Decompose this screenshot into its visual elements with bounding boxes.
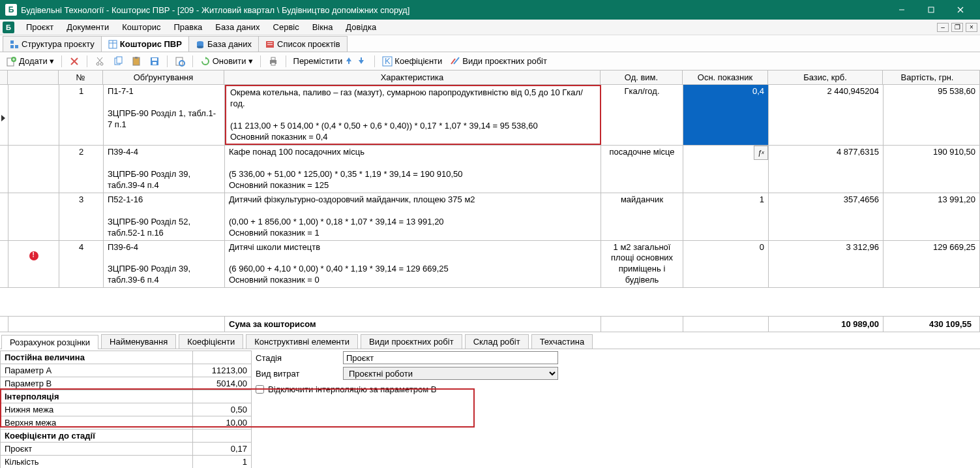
menu-documents[interactable]: Документи [60,20,115,35]
table-row[interactable]: 4 П39-6-4 ЗЦПРБ-90 Розділ 39, табл.39-6 … [0,241,980,289]
stage-input[interactable] [343,351,558,364]
types-icon [450,56,460,67]
save-button[interactable] [147,54,162,69]
table-row[interactable]: 3 П52-1-16 ЗЦПРБ-90 Розділ 52, табл.52-1… [0,193,980,241]
cell-just: П39-4-4 ЗЦПРБ-90 Розділ 39, табл.39-4 п.… [104,146,225,193]
table-header: № Обґрунтування Характеристика Од. вим. … [0,70,980,85]
minimize-button[interactable] [887,0,916,20]
type-select[interactable]: Проєктні роботи [343,367,558,380]
menu-database[interactable]: База даних [209,20,266,35]
col-basis[interactable]: Базис, крб. [768,70,883,84]
maximize-button[interactable] [916,0,945,20]
summary-cost: 430 109,55 [883,317,980,332]
types-button[interactable]: Види проєктних робіт [447,54,550,69]
cell-unit: 1 м2 загальної площі основних приміщень … [601,241,683,288]
cell-char: Дитячі школи мистецтв (6 960,00 + 4,10 *… [225,241,601,288]
tab-estimate[interactable]: Кошторис ПВР [101,36,189,52]
delete-button[interactable] [67,54,82,69]
mdi-close[interactable]: × [966,23,977,32]
cell-osn-selected[interactable]: 0,4 [683,85,769,145]
add-label: Додати [19,56,48,66]
preview-button[interactable] [172,54,188,69]
paste-button[interactable] [128,54,144,69]
tab-database[interactable]: База даних [188,36,259,52]
proj-value[interactable]: 0,17 [193,443,252,456]
cell-cost: 13 991,20 [883,193,980,240]
cell-osn[interactable]: ƒx [683,146,769,193]
document-tabs: Структура проєкту Кошторис ПВР База дани… [0,35,980,52]
database-icon [196,40,205,49]
copy-button[interactable] [110,54,126,69]
row-warning [8,241,59,288]
tree-icon [10,40,19,49]
coef-icon: K [382,56,393,67]
svg-marker-39 [346,57,351,61]
detail-right: Стадія Вид витрат Проєктні роботи Відклю… [252,351,558,468]
col-osn[interactable]: Осн. показник [683,70,768,84]
mdi-minimize[interactable]: – [937,23,949,32]
qty-label: Кількість [1,456,193,468]
cell-no: 3 [59,193,104,240]
mdi-restore[interactable]: ❐ [951,23,963,32]
detail-panel: Постійна величина Параметр А11213,00 Пар… [0,349,980,468]
qty-value[interactable]: 1 [193,456,252,468]
arrow-down-icon [357,56,367,67]
tab-label: Структура проєкту [22,39,95,49]
menu-project[interactable]: Проєкт [20,20,60,35]
detail-left: Постійна величина Параметр А11213,00 Пар… [0,351,252,468]
menu-service[interactable]: Сервіс [267,20,306,35]
fx-button[interactable]: ƒx [754,146,768,160]
cell-basis: 4 877,6315 [769,146,883,193]
close-button[interactable] [945,0,975,20]
cell-osn[interactable]: 1 [683,193,769,240]
table-icon [108,40,117,49]
paramB-value[interactable]: 5014,00 [193,377,252,390]
add-button[interactable]: Додати ▾ [4,54,57,69]
high-value[interactable]: 10,00 [193,416,252,429]
tab-projects[interactable]: Список проєктів [258,36,348,52]
cell-osn[interactable]: 0 [683,241,769,288]
cell-char: Окрема котельна, паливо – газ (мазут), с… [225,85,601,145]
col-unit[interactable]: Од. вим. [601,70,683,84]
table-row[interactable]: 1 П1-7-1 ЗЦПРБ-90 Розділ 1, табл.1-7 п.1… [0,85,980,146]
svg-rect-32 [153,62,156,65]
dtab-types[interactable]: Види проєктних робіт [361,334,462,349]
dtab-coef[interactable]: Коефіцієнти [179,334,243,349]
refresh-label: Оновити [213,56,246,66]
dtab-calc[interactable]: Розрахунок розцінки [1,335,98,349]
disable-interp-checkbox[interactable] [256,385,264,394]
dtab-tech[interactable]: Техчастина [531,334,593,349]
menu-windows[interactable]: Вікна [306,20,340,35]
dtab-name[interactable]: Найменування [101,334,176,349]
menu-help[interactable]: Довідка [339,20,383,35]
refresh-icon [200,56,211,67]
print-button[interactable] [265,54,281,69]
cell-char: Кафе понад 100 посадочних місць (5 336,0… [225,146,601,193]
cell-just: П52-1-16 ЗЦПРБ-90 Розділ 52, табл.52-1 п… [104,193,225,240]
high-label: Верхня межа [1,416,193,429]
detail-tabs: Розрахунок розцінки Найменування Коефіці… [0,332,980,349]
coef-button[interactable]: K Коефіцієнти [379,54,445,69]
paramA-value[interactable]: 11213,00 [193,364,252,377]
col-cost[interactable]: Вартість, грн. [883,70,980,84]
cell-no: 2 [59,146,104,193]
menu-edit[interactable]: Правка [167,20,209,35]
cell-char: Дитячий фізкультурно-оздоровчий майданчи… [225,193,601,240]
tab-structure[interactable]: Структура проєкту [3,36,102,52]
svg-rect-6 [15,45,18,48]
menu-estimate[interactable]: Кошторис [115,20,167,35]
col-just[interactable]: Обґрунтування [103,70,224,84]
cut-button[interactable] [92,54,108,69]
table-row[interactable]: 2 П39-4-4 ЗЦПРБ-90 Розділ 39, табл.39-4 … [0,146,980,193]
refresh-button[interactable]: Оновити ▾ [198,54,256,69]
proj-label: Проєкт [1,443,193,456]
dtab-parts[interactable]: Склад робіт [465,334,529,349]
dtab-constr[interactable]: Конструктивні елементи [246,334,358,349]
svg-line-24 [98,57,102,63]
low-value[interactable]: 0,50 [193,403,252,416]
cell-no: 1 [59,85,104,145]
col-char[interactable]: Характеристика [224,70,601,84]
move-button[interactable]: Перемістити [291,54,370,69]
preview-icon [175,56,185,67]
col-no[interactable]: № [59,70,103,84]
